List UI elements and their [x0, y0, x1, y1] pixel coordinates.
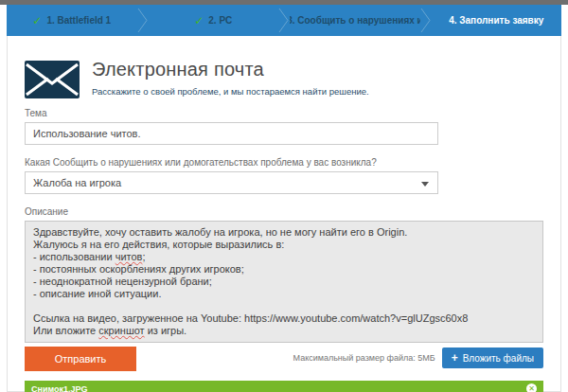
form-panel: Электронная почта Расскажите о своей про…	[7, 36, 561, 392]
remove-attachment-icon[interactable]: ✕	[526, 383, 537, 392]
chevron-down-icon	[421, 182, 429, 187]
plus-icon: +	[452, 352, 458, 364]
category-label: Какая Сообщить о нарушениях или домогате…	[25, 157, 543, 168]
subject-input[interactable]	[25, 122, 438, 145]
step-pc[interactable]: ✓ 2. PC	[149, 5, 279, 36]
attach-files-button[interactable]: + Вложить файлы	[442, 347, 543, 368]
chevron-separator-icon	[137, 5, 149, 36]
step-battlefield-1[interactable]: ✓ 1. Battlefield 1	[7, 5, 137, 36]
check-icon: ✓	[32, 15, 42, 27]
step-label: 3. Сообщить о нарушениях ил...	[290, 15, 420, 26]
breadcrumb-stepper: ✓ 1. Battlefield 1 ✓ 2. PC ✓ 3. Сообщить…	[7, 5, 561, 36]
category-selected-value: Жалоба на игрока	[33, 177, 121, 188]
step-label: 1. Battlefield 1	[46, 15, 111, 26]
submit-button[interactable]: Отправить	[25, 347, 136, 371]
max-file-size-note: Максимальный размер файла: 5МБ	[293, 353, 435, 363]
attachment-bar: Снимок1.JPG ✕	[25, 381, 543, 392]
attach-group: Максимальный размер файла: 5МБ + Вложить…	[293, 347, 543, 368]
attach-files-label: Вложить файлы	[463, 353, 534, 364]
chevron-separator-icon	[420, 5, 432, 36]
step-fill-request: 4. Заполнить заявку	[432, 5, 562, 36]
envelope-icon	[25, 61, 80, 98]
category-select[interactable]: Жалоба на игрока	[25, 171, 438, 194]
chevron-separator-icon	[278, 5, 290, 36]
step-label: 4. Заполнить заявку	[449, 15, 543, 26]
subject-label: Тема	[25, 108, 543, 118]
page-subtitle: Расскажите о своей проблеме, и мы постар…	[92, 86, 369, 97]
actions-row: Отправить Максимальный размер файла: 5МБ…	[25, 347, 543, 371]
page-title: Электронная почта	[92, 59, 369, 80]
description-textarea[interactable]: Здравствуйте, хочу оставить жалобу на иг…	[25, 221, 543, 343]
description-label: Описание	[25, 206, 543, 217]
step-label: 2. PC	[208, 15, 232, 26]
step-report-abuse[interactable]: ✓ 3. Сообщить о нарушениях ил...	[290, 5, 420, 36]
check-icon: ✓	[194, 15, 204, 27]
attachment-filename: Снимок1.JPG	[31, 384, 88, 392]
page-header: Электронная почта Расскажите о своей про…	[25, 59, 543, 98]
